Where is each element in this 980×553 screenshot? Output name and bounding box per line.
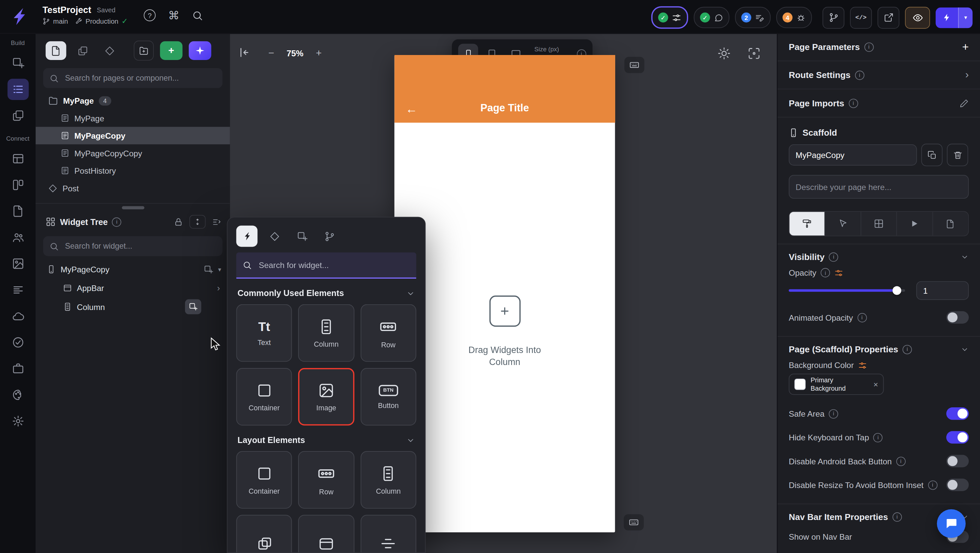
widget-card-button[interactable]: BTN Button [360,368,416,425]
zoom-level[interactable]: 75% [280,48,310,58]
drop-target[interactable]: + [489,296,520,327]
widget-card-text[interactable]: Tt Text [236,304,292,362]
project-name[interactable]: TestProject [42,5,91,15]
run-dropdown-button[interactable]: ▾ [958,7,972,28]
run-button[interactable]: ▾ [935,7,973,28]
status-pill-todos[interactable]: 2 [735,7,771,28]
tree-column-row[interactable]: Column [36,297,230,316]
info-icon[interactable]: i [857,313,867,322]
phone-preview[interactable]: ← Page Title + Drag Widgets Into Column [395,55,615,532]
splitter-handle[interactable] [122,207,145,209]
palette-tab-templates[interactable] [291,226,312,247]
components-toggle[interactable] [72,41,93,60]
widget-card-container[interactable]: Container [236,368,292,425]
panel-splitter[interactable] [36,203,230,212]
templates-toggle[interactable] [99,41,120,60]
search-icon[interactable] [192,10,203,21]
component-row[interactable]: Post [36,180,230,197]
tab-docs[interactable] [933,212,968,235]
zoom-out-button[interactable]: − [264,46,279,61]
info-icon[interactable]: i [112,217,121,226]
page-description-input[interactable] [789,175,969,199]
route-settings-row[interactable]: Route Settings i › [778,61,980,89]
caret-down-icon[interactable]: ▾ [218,266,221,273]
info-icon[interactable]: i [849,99,858,108]
page-row[interactable]: PostHistory [36,162,230,179]
folder-row[interactable]: MyPage 4 [36,92,230,109]
safe-area-toggle[interactable] [946,407,969,420]
rail-item-files[interactable] [7,201,29,222]
help-button[interactable]: ? [144,10,156,21]
keyboard-toggle-bottom[interactable] [624,514,644,531]
background-color-chip[interactable]: Primary Background × [789,373,884,395]
tab-animations[interactable] [897,212,933,235]
tree-appbar-row[interactable]: AppBar › [36,279,230,297]
delete-page-button[interactable] [947,144,968,166]
branch-button[interactable] [822,7,845,29]
rail-item-page-selector[interactable] [7,79,29,100]
slider-thumb[interactable] [892,286,901,295]
add-folder-button[interactable] [134,41,154,61]
hide-keyboard-toggle[interactable] [946,431,969,443]
tab-layout[interactable] [861,212,897,235]
pages-search-input[interactable] [64,73,216,83]
page-row[interactable]: MyPage [36,109,230,127]
rail-item-settings[interactable] [7,410,29,432]
copy-page-button[interactable] [921,144,943,166]
tab-properties[interactable] [789,212,825,235]
back-arrow-icon[interactable]: ← [406,102,417,116]
info-icon[interactable]: i [873,433,883,442]
status-pill-issues[interactable]: 4 [776,7,812,28]
preview-page-title[interactable]: Page Title [480,102,529,114]
environment-name[interactable]: Production [85,17,118,25]
rail-item-database[interactable] [7,148,29,169]
tab-interactions[interactable] [825,212,861,235]
pages-search[interactable] [43,68,223,88]
widget-search-input[interactable] [64,242,216,251]
disable-resize-toggle[interactable] [946,479,969,491]
add-child-widget-button[interactable] [185,299,201,314]
preview-body[interactable]: + Drag Widgets Into Column [395,122,615,541]
widget-search[interactable] [43,236,223,256]
rail-item-widget-palette[interactable] [7,52,29,74]
branch-name[interactable]: main [53,17,68,25]
info-icon[interactable]: i [928,480,937,489]
rail-item-checks[interactable] [7,332,29,353]
clear-color-button[interactable]: × [873,380,878,389]
preview-appbar[interactable]: ← Page Title [395,55,615,122]
rail-item-theme[interactable] [7,385,29,406]
widget-card-partial[interactable] [360,515,416,553]
disable-back-toggle[interactable] [946,455,969,467]
page-row-selected[interactable]: MyPageCopy [36,127,230,144]
info-icon[interactable]: i [896,456,905,466]
info-icon[interactable]: i [864,42,873,52]
view-code-button[interactable]: </> [850,7,872,29]
palette-tab-widgets[interactable] [236,226,258,247]
info-icon[interactable]: i [821,268,830,277]
expand-tree-button[interactable] [189,215,206,229]
edit-pencil-icon[interactable] [959,99,969,108]
lock-icon[interactable] [174,217,183,226]
collapse-panel-button[interactable] [237,46,251,59]
chevron-down-icon[interactable] [961,253,969,261]
page-name-input[interactable] [789,144,916,166]
tree-root-row[interactable]: MyPageCopy ▾ [36,260,230,279]
status-pill-checks[interactable]: ✓ [651,6,688,29]
add-widget-icon[interactable] [204,265,213,274]
page-imports-row[interactable]: Page Imports i [778,89,980,118]
rail-item-app-state[interactable] [7,279,29,301]
widget-card-row[interactable]: Row [360,304,416,362]
command-palette-button[interactable]: ⌘ [168,10,180,21]
rail-item-cloud-functions[interactable] [7,306,29,327]
zoom-in-button[interactable]: + [311,46,326,61]
rail-item-tests[interactable] [7,358,29,379]
animated-opacity-toggle[interactable] [946,311,969,323]
page-row[interactable]: MyPageCopyCopy [36,144,230,162]
conditional-value-icon[interactable] [858,361,867,369]
rail-item-components[interactable] [7,105,29,126]
chevron-down-icon[interactable] [406,289,415,298]
info-icon[interactable]: i [855,70,864,79]
add-parameter-button[interactable]: + [963,40,969,53]
ai-generate-button[interactable] [189,41,211,60]
chevron-down-icon[interactable] [961,345,969,353]
